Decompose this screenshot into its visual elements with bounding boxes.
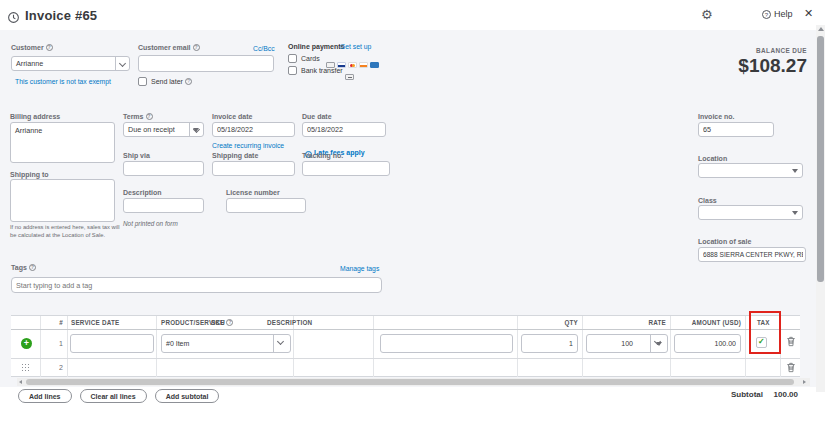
add-row-icon[interactable] bbox=[21, 338, 32, 349]
bank-icon bbox=[345, 74, 354, 80]
trash-icon[interactable] bbox=[786, 362, 796, 373]
invoice-page: Invoice #65 ⚙ ? Help ✕ Customer Arrianne… bbox=[0, 0, 825, 422]
billing-address-input[interactable]: Arrianne bbox=[10, 122, 115, 163]
invoice-date-label: Invoice date bbox=[212, 113, 252, 120]
location-select[interactable] bbox=[698, 163, 803, 178]
cards-label: Cards bbox=[301, 55, 320, 62]
shipping-date-input[interactable] bbox=[212, 161, 295, 176]
ship-via-label: Ship via bbox=[123, 152, 150, 159]
tracking-no-input[interactable] bbox=[302, 161, 390, 176]
get-set-up-link[interactable]: Get set up bbox=[340, 43, 371, 50]
bank-transfer-checkbox[interactable] bbox=[288, 66, 297, 75]
shipping-to-label: Shipping to bbox=[10, 171, 49, 178]
info-icon[interactable] bbox=[193, 44, 200, 51]
chevron-down-icon bbox=[273, 335, 290, 352]
online-payments-title: Online payments bbox=[288, 43, 344, 50]
description-cell-input[interactable] bbox=[380, 334, 513, 353]
dropdown-arrow-icon bbox=[650, 335, 667, 352]
description-label: Description bbox=[123, 189, 162, 196]
qty-cell-input[interactable] bbox=[521, 334, 578, 353]
info-icon[interactable] bbox=[29, 264, 36, 271]
discover-icon bbox=[359, 62, 368, 68]
add-subtotal-button[interactable]: Add subtotal bbox=[155, 389, 220, 403]
col-header-sku: SKU bbox=[211, 319, 225, 326]
service-date-cell-input[interactable] bbox=[70, 334, 154, 353]
subtotal-value: 100.00 bbox=[750, 390, 798, 399]
balance-due-amount: $108.27 bbox=[650, 55, 807, 77]
dropdown-arrow-icon bbox=[792, 169, 798, 173]
annotation-highlight-box bbox=[749, 311, 781, 354]
line-items-table: # SERVICE DATE PRODUCT/SERVICE SKU DESCR… bbox=[11, 315, 800, 377]
description-note: Not printed on form bbox=[123, 220, 178, 229]
drag-handle-icon[interactable] bbox=[21, 363, 30, 371]
manage-tags-link[interactable]: Manage tags bbox=[340, 265, 379, 272]
dropdown-arrow-icon bbox=[792, 211, 798, 215]
send-later-checkbox[interactable] bbox=[138, 77, 147, 86]
clear-all-lines-button[interactable]: Clear all lines bbox=[80, 389, 147, 403]
customer-select[interactable]: Arrianne bbox=[11, 56, 130, 71]
location-of-sale-input[interactable]: 6888 SIERRA CENTER PKWY, RENO bbox=[698, 247, 806, 262]
terms-select[interactable]: Due on receipt bbox=[123, 122, 204, 137]
scroll-right-arrow-icon[interactable] bbox=[803, 380, 806, 384]
rate-value: 100 bbox=[591, 340, 633, 347]
row-number: 1 bbox=[40, 340, 63, 347]
mastercard-icon bbox=[348, 62, 357, 68]
col-header-service-date: SERVICE DATE bbox=[71, 319, 119, 326]
row-number: 2 bbox=[40, 364, 63, 371]
history-icon[interactable] bbox=[7, 10, 20, 28]
trash-icon[interactable] bbox=[786, 336, 796, 347]
amex-icon bbox=[370, 62, 379, 68]
customer-tax-note: This customer is not tax exempt bbox=[15, 78, 111, 85]
balance-due-label: BALANCE DUE bbox=[700, 47, 807, 54]
col-header-rate: RATE bbox=[582, 319, 666, 326]
send-later-label: Send later bbox=[151, 78, 192, 85]
invoice-date-input[interactable] bbox=[212, 122, 295, 137]
billing-address-label: Billing address bbox=[10, 113, 60, 120]
scroll-left-arrow-icon[interactable] bbox=[19, 380, 22, 384]
location-label: Location bbox=[698, 155, 727, 162]
ship-via-input[interactable] bbox=[123, 161, 204, 176]
location-of-sale-label: Location of sale bbox=[698, 238, 751, 245]
info-icon[interactable] bbox=[146, 113, 153, 120]
info-icon[interactable] bbox=[185, 78, 192, 85]
due-date-input[interactable] bbox=[302, 122, 386, 137]
cards-checkbox[interactable] bbox=[288, 54, 297, 63]
license-number-input[interactable] bbox=[226, 198, 306, 213]
shipping-to-note: If no address is entered here, sales tax… bbox=[10, 224, 122, 240]
vertical-scrollbar-thumb[interactable] bbox=[817, 36, 824, 282]
ccbcc-link[interactable]: Cc/Bcc bbox=[253, 45, 275, 52]
horizontal-scrollbar-thumb[interactable] bbox=[26, 379, 794, 385]
info-icon[interactable] bbox=[46, 44, 53, 51]
license-number-label: License number bbox=[226, 189, 280, 196]
gear-icon[interactable]: ⚙ bbox=[701, 7, 713, 22]
invoice-no-input[interactable] bbox=[698, 122, 774, 137]
class-label: Class bbox=[698, 197, 717, 204]
terms-value: Due on receipt bbox=[128, 125, 175, 134]
add-lines-button[interactable]: Add lines bbox=[18, 389, 72, 403]
amount-cell-input[interactable] bbox=[674, 334, 741, 353]
col-header-amount: AMOUNT (USD) bbox=[670, 319, 741, 326]
info-icon[interactable] bbox=[226, 319, 233, 326]
scroll-up-arrow-icon[interactable] bbox=[818, 27, 824, 31]
product-service-value: #0 Item bbox=[166, 340, 189, 347]
customer-email-input[interactable] bbox=[138, 55, 274, 72]
chevron-down-icon bbox=[115, 57, 129, 70]
shipping-to-input[interactable] bbox=[10, 179, 115, 222]
class-select[interactable] bbox=[698, 205, 803, 220]
terms-label: Terms bbox=[123, 113, 153, 120]
description-input[interactable] bbox=[123, 198, 204, 213]
due-date-label: Due date bbox=[302, 113, 332, 120]
help-link[interactable]: Help bbox=[774, 9, 793, 19]
col-header-description: DESCRIPTION bbox=[267, 319, 312, 326]
shipping-date-label: Shipping date bbox=[212, 152, 258, 159]
product-service-select[interactable]: #0 Item bbox=[161, 334, 291, 353]
tags-input[interactable] bbox=[11, 277, 382, 293]
col-header-num: # bbox=[40, 319, 63, 326]
col-header-qty: QTY bbox=[517, 319, 578, 326]
close-icon[interactable]: ✕ bbox=[804, 7, 813, 20]
customer-label: Customer bbox=[11, 44, 53, 51]
help-icon[interactable]: ? bbox=[762, 10, 771, 19]
rate-cell-select[interactable]: 100 bbox=[586, 334, 668, 353]
invoice-no-label: Invoice no. bbox=[698, 113, 735, 120]
create-recurring-invoice-link[interactable]: Create recurring invoice bbox=[212, 142, 284, 149]
